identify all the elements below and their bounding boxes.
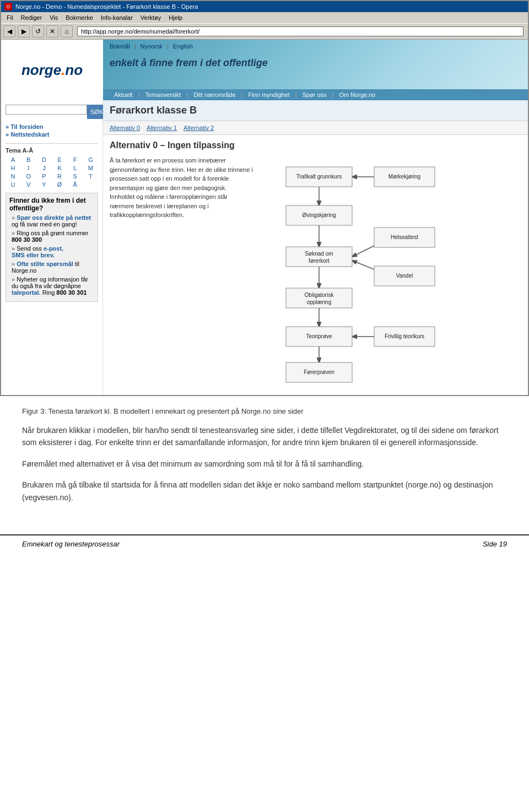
nav-spor-oss[interactable]: Spør oss [298, 89, 331, 100]
browser-title: Norge.no - Demo - Numedalsprosjektet - F… [15, 3, 198, 10]
alpha-AA[interactable]: Å [68, 181, 83, 188]
alpha-J[interactable]: J [36, 164, 51, 172]
lang-nynorsk[interactable]: Nynorsk [141, 43, 163, 50]
spor-oss-link[interactable]: Spør oss direkte på nettet [17, 214, 91, 221]
browser-title-bar: O Norge.no - Demo - Numedalsprosjektet -… [1, 1, 528, 12]
alt-section-title: Alternativ 0 – Ingen tilpassing [110, 140, 521, 150]
browser-toolbar: ◀ ▶ ↺ ✕ ⌂ http://app.norge.no/demo/numed… [1, 23, 528, 40]
sidebar-link-forsiden[interactable]: Til forsiden [6, 123, 98, 130]
alpha-K[interactable]: K [52, 164, 67, 172]
header-bg: Bokmål | Nynorsk | English enkelt å finn… [103, 40, 528, 89]
svg-text:Frivillig teorikurs: Frivillig teorikurs [385, 333, 424, 339]
alpha-P[interactable]: P [36, 172, 51, 180]
sporsmal-link[interactable]: Ofte stilte spørsmål [17, 261, 73, 267]
tab-alt0[interactable]: Alternativ 0 [110, 124, 140, 131]
alpha-L[interactable]: L [68, 164, 83, 172]
main-content: Førarkort klasse B Alternativ 0 Alternat… [103, 100, 528, 395]
fig-caption: Figur 3: Tenesta førarkort kl. B modelle… [22, 407, 507, 415]
alpha-A[interactable]: A [6, 156, 20, 164]
alpha-M[interactable]: M [83, 164, 98, 172]
nav-finn-myndighet[interactable]: Finn myndighet [244, 89, 294, 100]
epost-link[interactable]: e-post,SMS eller brev. [12, 245, 63, 258]
menu-vis[interactable]: Vis [46, 13, 61, 22]
lang-bokmal[interactable]: Bokmål [110, 43, 130, 50]
alpha-V[interactable]: V [21, 181, 36, 188]
topic-label: Tema A-Å [6, 147, 98, 154]
language-bar: Bokmål | Nynorsk | English [103, 40, 528, 53]
body-paragraph-3: Brukaren må gå tilbake til startsida for… [22, 479, 507, 504]
svg-text:Søknad om: Søknad om [305, 251, 333, 257]
site-page: norge.no Bokmål | Nynorsk | English [1, 40, 528, 395]
reload-button[interactable]: ↺ [32, 25, 44, 37]
svg-text:Trafikalt grunnkurs: Trafikalt grunnkurs [296, 174, 342, 180]
page: O Norge.no - Demo - Numedalsprosjektet -… [0, 0, 529, 553]
footer-left: Emnekart og tenesteprosessar [22, 540, 120, 548]
back-button[interactable]: ◀ [3, 25, 15, 37]
alpha-Y[interactable]: Y [36, 181, 51, 188]
lang-english[interactable]: English [173, 43, 193, 50]
alpha-I[interactable]: I [21, 164, 36, 172]
menu-verktoy[interactable]: Verktøy [137, 13, 164, 22]
sidebar-bullet-4: Ofte stilte spørsmål til Norge.no [12, 261, 94, 274]
menu-hjelp[interactable]: Hjelp [165, 13, 186, 22]
alpha-OE[interactable]: Ø [52, 181, 67, 188]
alpha-N[interactable]: N [6, 172, 20, 180]
browser-icon: O [4, 3, 12, 10]
menu-fil[interactable]: Fil [3, 13, 17, 22]
alpha-T[interactable]: T [83, 172, 98, 180]
finner-title: Finner du ikke frem i det offentlige? [9, 197, 94, 212]
tab-alt2[interactable]: Alternativ 2 [183, 124, 214, 131]
svg-text:Førerprøven: Førerprøven [304, 369, 334, 375]
menu-rediger[interactable]: Rediger [18, 13, 46, 22]
search-input[interactable] [6, 105, 87, 115]
browser-screenshot: O Norge.no - Demo - Numedalsprosjektet -… [0, 0, 529, 396]
tab-alt1[interactable]: Alternativ 1 [147, 124, 177, 131]
alpha-D[interactable]: D [36, 156, 51, 164]
lang-sep2: | [167, 43, 169, 50]
menu-bokmerke[interactable]: Bokmerke [62, 13, 96, 22]
svg-text:Øvingskjøring: Øvingskjøring [302, 212, 336, 218]
svg-text:opplæring: opplæring [307, 299, 331, 305]
nav-om-norge[interactable]: Om Norge.no [334, 89, 380, 100]
document-body: Figur 3: Tenesta førarkort kl. B modelle… [0, 396, 529, 523]
site-tagline: enkelt å finne frem i det offentlige [103, 53, 528, 73]
alpha-S[interactable]: S [68, 172, 83, 180]
phone-1: 800 30 300 [12, 236, 42, 243]
alphabet-grid: A B D E F G H I J K L M N [6, 156, 98, 188]
alpha-F[interactable]: F [68, 156, 83, 164]
sidebar: SØK Til forsiden Nettstedskart Tema A-Å … [1, 100, 103, 395]
alpha-R[interactable]: R [52, 172, 67, 180]
fig-desc: B modellert i emnekart og presentert på … [114, 407, 304, 415]
alpha-O[interactable]: O [21, 172, 36, 180]
home-button[interactable]: ⌂ [61, 25, 73, 37]
sidebar-link-nettstedskart[interactable]: Nettstedskart [6, 131, 98, 138]
flowchart-area: Trafikalt grunnkurs Mørkekjøring Øvingsk… [258, 156, 521, 389]
taleportal-link[interactable]: taleportal. [12, 289, 41, 296]
alpha-B[interactable]: B [21, 156, 36, 164]
nav-ditt-naromrade[interactable]: Ditt nærområde [189, 89, 240, 100]
search-form: SØK [6, 105, 98, 119]
content-header: Førarkort klasse B [103, 100, 528, 121]
stop-button[interactable]: ✕ [46, 25, 58, 37]
sidebar-bullet-2: Ring oss på grønt nummer 800 30 300 [12, 230, 94, 243]
page-title: Førarkort klasse B [110, 105, 521, 116]
address-bar[interactable]: http://app.norge.no/demo/numedal/forerko… [77, 26, 523, 36]
forward-button[interactable]: ▶ [18, 25, 30, 37]
site-logo[interactable]: norge.no [21, 62, 83, 79]
menu-info[interactable]: Info-kanalar [98, 13, 136, 22]
nav-temaoversikt[interactable]: Temaoversikt [141, 89, 186, 100]
svg-text:Teoriprøve: Teoriprøve [306, 333, 332, 339]
alpha-E[interactable]: E [52, 156, 67, 164]
alt-tabs-bar: Alternativ 0 Alternativ 1 Alternativ 2 [103, 121, 528, 135]
finner-box: Finner du ikke frem i det offentlige? Sp… [6, 193, 98, 302]
main-area: SØK Til forsiden Nettstedskart Tema A-Å … [1, 100, 528, 395]
alpha-H[interactable]: H [6, 164, 20, 172]
alpha-U[interactable]: U [6, 181, 20, 188]
alpha-G[interactable]: G [83, 156, 98, 164]
nav-aktuelt[interactable]: Aktuelt [110, 89, 137, 100]
sidebar-bullet-3: Send oss e-post,SMS eller brev. [12, 245, 94, 258]
alt-description: Å ta førerkort er en prosess som innebær… [110, 156, 253, 389]
site-header: norge.no Bokmål | Nynorsk | English [1, 40, 528, 100]
svg-text:Obligatorisk: Obligatorisk [305, 292, 334, 298]
sidebar-bullet-1: Spør oss direkte på nettet og få svar me… [12, 214, 94, 228]
